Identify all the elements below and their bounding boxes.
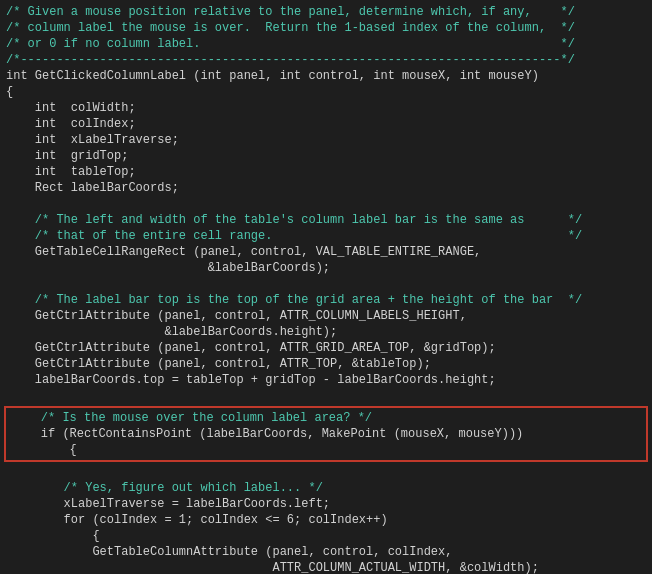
line-getctrl-4: GetCtrlAttribute (panel, control, ATTR_T… xyxy=(0,356,652,372)
line-comment-3a: /* The label bar top is the top of the g… xyxy=(0,292,652,308)
line-gettablecol-1: GetTableColumnAttribute (panel, control,… xyxy=(0,544,652,560)
highlight-block: /* Is the mouse over the column label ar… xyxy=(4,406,648,462)
line-1: /* Given a mouse position relative to th… xyxy=(0,4,652,20)
line-var-5: int tableTop; xyxy=(0,164,652,180)
line-getctrl-2: &labelBarCoords.height); xyxy=(0,324,652,340)
line-2: /* column label the mouse is over. Retur… xyxy=(0,20,652,36)
line-var-3: int xLabelTraverse; xyxy=(0,132,652,148)
code-text: /* or 0 if no column label. */ xyxy=(6,36,575,52)
line-empty-2 xyxy=(0,276,652,292)
line-empty-1 xyxy=(0,196,652,212)
line-comment-2a: /* The left and width of the table's col… xyxy=(0,212,652,228)
line-var-2: int colIndex; xyxy=(0,116,652,132)
line-gettable-1: GetTableCellRangeRect (panel, control, V… xyxy=(0,244,652,260)
line-fn-sig: int GetClickedColumnLabel (int panel, in… xyxy=(0,68,652,84)
line-xlabel: xLabelTraverse = labelBarCoords.left; xyxy=(0,496,652,512)
line-var-4: int gridTop; xyxy=(0,148,652,164)
line-for-brace: { xyxy=(0,528,652,544)
code-container: /* Given a mouse position relative to th… xyxy=(0,0,652,574)
divider-1: /*--------------------------------------… xyxy=(0,52,652,68)
line-var-1: int colWidth; xyxy=(0,100,652,116)
code-text: /* Given a mouse position relative to th… xyxy=(6,4,575,20)
line-comment-yes: /* Yes, figure out which label... */ xyxy=(0,480,652,496)
line-empty-3 xyxy=(0,388,652,404)
fn-signature: int GetClickedColumnLabel (int panel, in… xyxy=(6,68,539,84)
line-getctrl-5: labelBarCoords.top = tableTop + gridTop … xyxy=(0,372,652,388)
line-brace-open: { xyxy=(0,84,652,100)
line-gettablecol-2: ATTR_COLUMN_ACTUAL_WIDTH, &colWidth); xyxy=(0,560,652,574)
line-getctrl-3: GetCtrlAttribute (panel, control, ATTR_G… xyxy=(0,340,652,356)
line-for: for (colIndex = 1; colIndex <= 6; colInd… xyxy=(0,512,652,528)
hl-line-2: if (RectContainsPoint (labelBarCoords, M… xyxy=(6,426,646,442)
line-var-6: Rect labelBarCoords; xyxy=(0,180,652,196)
hl-line-3: { xyxy=(6,442,646,458)
line-comment-2b: /* that of the entire cell range. */ xyxy=(0,228,652,244)
line-getctrl-1: GetCtrlAttribute (panel, control, ATTR_C… xyxy=(0,308,652,324)
hl-line-1: /* Is the mouse over the column label ar… xyxy=(6,410,646,426)
line-gettable-2: &labelBarCoords); xyxy=(0,260,652,276)
line-empty-4 xyxy=(0,464,652,480)
code-text: /* column label the mouse is over. Retur… xyxy=(6,20,575,36)
line-3: /* or 0 if no column label. */ xyxy=(0,36,652,52)
